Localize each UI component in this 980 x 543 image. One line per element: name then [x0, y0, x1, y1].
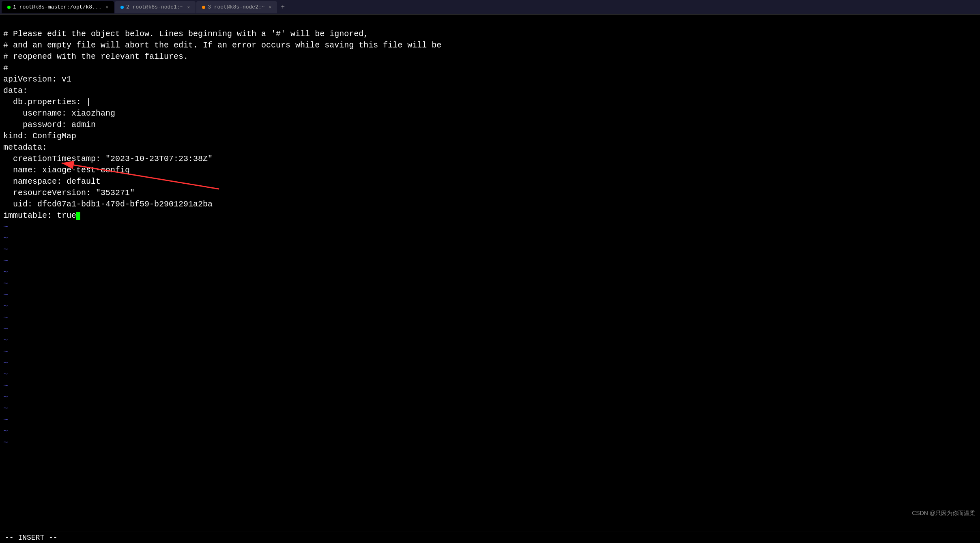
- tilde-6: ~: [3, 279, 8, 288]
- tilde-11: ~: [3, 336, 8, 345]
- vim-mode-indicator: -- INSERT --: [5, 534, 58, 542]
- line-11: metadata:: [3, 143, 47, 152]
- tab-dot-3: [202, 6, 205, 9]
- tab-label-1: 1 root@k8s-master:/opt/k8...: [13, 4, 101, 10]
- line-7: db.properties: |: [3, 97, 91, 107]
- tilde-17: ~: [3, 404, 8, 413]
- status-bar: -- INSERT --: [0, 532, 980, 543]
- line-6: data:: [3, 86, 28, 95]
- tab-1[interactable]: 1 root@k8s-master:/opt/k8... ✕: [2, 1, 114, 13]
- editor-content: # Please edit the object below. Lines be…: [3, 17, 977, 460]
- tilde-3: ~: [3, 245, 8, 254]
- line-14: namespace: default: [3, 177, 101, 186]
- tilde-20: ~: [3, 438, 8, 447]
- tilde-7: ~: [3, 290, 8, 300]
- line-8: username: xiaozhang: [3, 109, 115, 118]
- tilde-19: ~: [3, 427, 8, 436]
- tilde-15: ~: [3, 381, 8, 391]
- tilde-2: ~: [3, 234, 8, 243]
- terminal-window: 1 root@k8s-master:/opt/k8... ✕ 2 root@k8…: [0, 0, 980, 543]
- line-4: #: [3, 63, 8, 73]
- line-16: uid: dfcd07a1-bdb1-479d-bf59-b2901291a2b…: [3, 200, 213, 209]
- line-10: kind: ConfigMap: [3, 131, 76, 141]
- line-3: # reopened with the relevant failures.: [3, 52, 188, 61]
- tilde-16: ~: [3, 393, 8, 402]
- terminal-body[interactable]: # Please edit the object below. Lines be…: [0, 15, 980, 532]
- tab-bar: 1 root@k8s-master:/opt/k8... ✕ 2 root@k8…: [0, 0, 980, 15]
- tab-close-2[interactable]: ✕: [187, 4, 190, 10]
- tab-close-3[interactable]: ✕: [269, 4, 272, 10]
- line-17: immutable: true: [3, 211, 80, 220]
- line-15: resourceVersion: "353271": [3, 188, 135, 197]
- tilde-1: ~: [3, 222, 8, 232]
- tab-label-3: 3 root@k8s-node2:~: [208, 4, 264, 10]
- watermark: CSDN @只因为你而温柔: [912, 510, 975, 517]
- tab-2[interactable]: 2 root@k8s-node1:~ ✕: [115, 1, 196, 13]
- tab-dot-1: [7, 6, 11, 9]
- tab-3[interactable]: 3 root@k8s-node2:~ ✕: [196, 1, 277, 13]
- line-12: creationTimestamp: "2023-10-23T07:23:38Z…: [3, 154, 213, 163]
- text-cursor: [76, 212, 80, 220]
- tab-dot-2: [120, 6, 124, 9]
- tilde-12: ~: [3, 347, 8, 356]
- line-9: password: admin: [3, 120, 96, 129]
- tilde-13: ~: [3, 358, 8, 368]
- tilde-10: ~: [3, 324, 8, 334]
- tilde-4: ~: [3, 256, 8, 266]
- tilde-9: ~: [3, 313, 8, 322]
- new-tab-button[interactable]: +: [278, 2, 288, 12]
- line-1: # Please edit the object below. Lines be…: [3, 29, 368, 39]
- line-2: # and an empty file will abort the edit.…: [3, 41, 441, 50]
- tilde-5: ~: [3, 268, 8, 277]
- tilde-18: ~: [3, 415, 8, 425]
- tab-label-2: 2 root@k8s-node1:~: [126, 4, 183, 10]
- line-13: name: xiaoge-test-config: [3, 165, 130, 175]
- tab-close-1[interactable]: ✕: [105, 4, 108, 10]
- line-5: apiVersion: v1: [3, 75, 71, 84]
- tilde-14: ~: [3, 370, 8, 379]
- tilde-8: ~: [3, 302, 8, 311]
